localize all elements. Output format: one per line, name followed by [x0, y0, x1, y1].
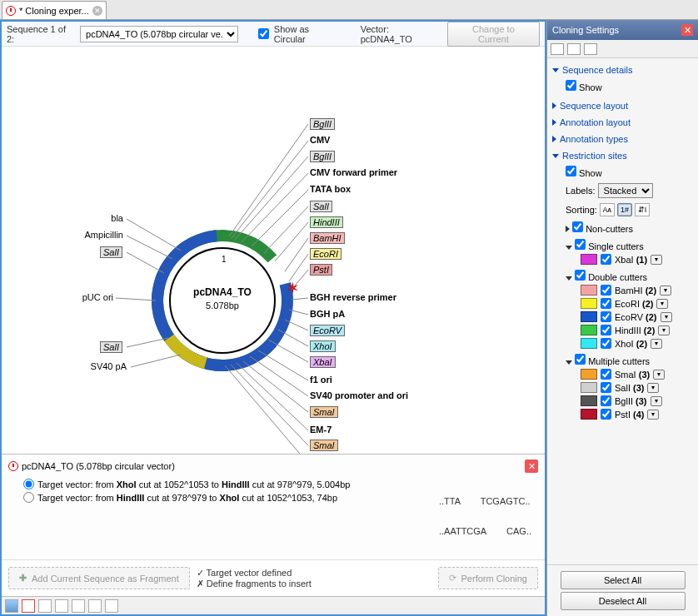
- enzyme-row: PstI (4)▾: [581, 409, 695, 420]
- color-swatch: [581, 311, 597, 322]
- enzyme-checkbox[interactable]: [601, 382, 611, 393]
- svg-line-10: [252, 190, 308, 246]
- enzyme-checkbox[interactable]: [601, 395, 611, 406]
- plus-icon: ✚: [19, 573, 27, 584]
- enzyme-checkbox[interactable]: [601, 298, 611, 309]
- enzyme-row: EcoRV (2)▾: [581, 311, 695, 322]
- enzyme-checkbox[interactable]: [601, 338, 611, 349]
- enzyme-name: HindIII (2): [615, 325, 655, 335]
- target-vector-radio-2[interactable]: [23, 492, 34, 503]
- enzyme-checkbox[interactable]: [601, 369, 611, 380]
- enzyme-row: XbaI (1)▾: [581, 254, 695, 265]
- enzyme-dropdown[interactable]: ▾: [653, 370, 665, 380]
- multiple-cutters-checkbox[interactable]: [575, 354, 586, 365]
- sidebar-close-icon[interactable]: ✕: [681, 24, 693, 36]
- enzyme-dropdown[interactable]: ▾: [651, 396, 662, 406]
- color-swatch: [581, 409, 597, 420]
- enzyme-name: EcoRV (2): [615, 312, 657, 322]
- plasmid-canvas: bla Ampicillin SalI pUC ori SalI SV40 pA: [2, 47, 545, 454]
- view-icon-5[interactable]: [72, 599, 85, 613]
- view-icon-7[interactable]: [105, 599, 118, 613]
- tab-cloning-experiment[interactable]: * Cloning exper... ✕: [2, 1, 107, 19]
- enzyme-name: PstI (4): [615, 410, 644, 420]
- select-all-button[interactable]: Select All: [561, 571, 686, 589]
- preset-icon-2[interactable]: [567, 43, 581, 55]
- double-cutters-label: Double cutters: [588, 272, 647, 282]
- view-toolbar: [2, 596, 545, 614]
- enzyme-name: BamHI (2): [615, 286, 656, 296]
- svg-line-12: [275, 222, 308, 261]
- svg-line-21: [258, 350, 308, 380]
- svg-line-4: [127, 338, 168, 347]
- enzyme-dropdown[interactable]: ▾: [656, 299, 668, 309]
- section-sequence-layout[interactable]: Sequence layout: [551, 97, 695, 114]
- sidebar-toolbar: [547, 40, 698, 58]
- color-swatch: [581, 338, 597, 349]
- single-cutters-checkbox[interactable]: [575, 239, 586, 250]
- sort-length-button[interactable]: ⇵I: [635, 203, 650, 216]
- details-show-checkbox[interactable]: [566, 80, 576, 91]
- enzyme-dropdown[interactable]: ▾: [647, 383, 659, 393]
- view-icon-1[interactable]: [5, 599, 18, 613]
- overhang-seq-2: ..AATTCGA CAG..: [439, 526, 531, 536]
- preset-icon-1[interactable]: [551, 43, 564, 55]
- enzyme-checkbox[interactable]: [601, 311, 611, 322]
- sequence-select[interactable]: pcDNA4_TO (5.078bp circular ve...: [80, 26, 238, 42]
- enzyme-dropdown[interactable]: ▾: [647, 410, 659, 420]
- section-sequence-details[interactable]: Sequence details: [551, 62, 695, 78]
- enzyme-dropdown[interactable]: ▾: [660, 286, 671, 296]
- enzyme-dropdown[interactable]: ▾: [658, 325, 670, 335]
- enzyme-dropdown[interactable]: ▾: [651, 255, 662, 265]
- overhang-seq-1: ..TTA TCGAGTC..: [439, 496, 531, 506]
- enzyme-checkbox[interactable]: [601, 409, 611, 420]
- seq-index-label: Sequence 1 of 2:: [7, 24, 75, 44]
- enzyme-name: EcoRI (2): [615, 299, 653, 309]
- section-annotation-layout[interactable]: Annotation layout: [551, 114, 695, 131]
- labels-select[interactable]: Stacked: [598, 183, 653, 198]
- perform-cloning-button[interactable]: ⟳ Perform Cloning: [438, 567, 538, 589]
- view-icon-4[interactable]: [55, 599, 68, 613]
- enzyme-name: SalI (3): [615, 383, 644, 393]
- svg-line-0: [127, 219, 181, 251]
- enzyme-checkbox[interactable]: [601, 254, 611, 265]
- svg-line-25: [231, 365, 308, 445]
- enzyme-name: SmaI (3): [615, 370, 650, 380]
- preset-icon-3[interactable]: [584, 43, 597, 55]
- svg-line-23: [243, 361, 308, 412]
- svg-line-24: [237, 363, 308, 430]
- enzyme-row: BamHI (2)▾: [581, 285, 695, 296]
- color-swatch: [581, 254, 597, 265]
- fragment-title: pcDNA4_TO (5.078bp circular vector): [22, 461, 175, 471]
- change-to-current-button[interactable]: Change to Current: [447, 22, 540, 47]
- section-restriction-sites[interactable]: Restriction sites: [551, 147, 695, 164]
- enzyme-row: XhoI (2)▾: [581, 338, 695, 349]
- target-vector-desc-1: Target vector: from XhoI cut at 1052^105…: [37, 479, 350, 489]
- perform-cloning-label: Perform Cloning: [461, 574, 527, 584]
- view-icon-3[interactable]: [38, 599, 52, 613]
- target-vector-radio-1[interactable]: [23, 479, 34, 489]
- enzyme-checkbox[interactable]: [601, 325, 611, 335]
- tab-close-icon[interactable]: ✕: [92, 6, 102, 16]
- color-swatch: [581, 285, 597, 296]
- enzyme-checkbox[interactable]: [601, 285, 611, 296]
- view-icon-2[interactable]: [22, 599, 35, 613]
- sort-az-button[interactable]: Aᴀ: [600, 203, 615, 216]
- noncutters-checkbox[interactable]: [572, 221, 583, 232]
- show-circular-label: Show as Circular: [274, 24, 342, 44]
- enzyme-dropdown[interactable]: ▾: [651, 339, 662, 349]
- fragment-close-icon[interactable]: ✕: [525, 460, 538, 473]
- cycle-icon: ⟳: [449, 573, 456, 584]
- vector-icon: [8, 461, 18, 471]
- sort-count-button[interactable]: 1#: [617, 203, 632, 216]
- section-annotation-types[interactable]: Annotation types: [551, 131, 695, 147]
- svg-line-5: [131, 355, 181, 367]
- color-swatch: [581, 325, 597, 335]
- restriction-show-checkbox[interactable]: [566, 166, 576, 176]
- view-icon-6[interactable]: [88, 599, 102, 613]
- deselect-all-button[interactable]: Deselect All: [561, 592, 686, 610]
- double-cutters-checkbox[interactable]: [575, 270, 586, 281]
- show-circular-checkbox[interactable]: [258, 28, 269, 39]
- add-fragment-button[interactable]: ✚ Add Current Sequence as Fragment: [8, 567, 190, 589]
- enzyme-dropdown[interactable]: ▾: [661, 312, 672, 322]
- enzyme-row: BglII (3)▾: [581, 395, 695, 406]
